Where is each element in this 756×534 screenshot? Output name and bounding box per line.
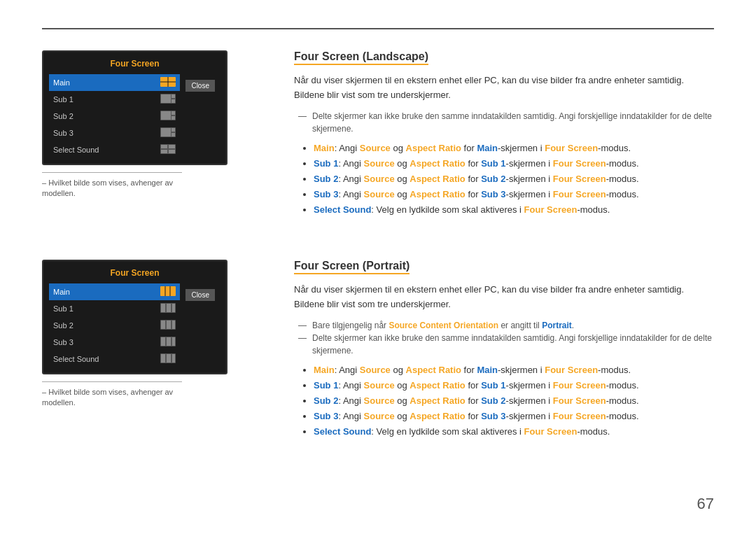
landscape-left-panel: Four Screen Main (42, 50, 266, 218)
portrait-menu-select-sound-label: Select Sound (53, 355, 99, 363)
landscape-menu-select-sound[interactable]: Select Sound (49, 141, 180, 158)
portrait-right-content: Four Screen (Portrait) Når du viser skje… (294, 260, 714, 440)
svg-rect-29 (167, 321, 171, 329)
portrait-main-icon (160, 286, 176, 297)
portrait-footnote: – Hvilket bilde som vises, avhenger av m… (42, 381, 182, 407)
landscape-menu-list: Main Sub 1 (49, 74, 180, 158)
svg-rect-32 (161, 337, 165, 346)
svg-rect-18 (161, 150, 167, 153)
portrait-tv-frame: Four Screen Main (42, 260, 227, 374)
landscape-section-title: Four Screen (Landscape) (294, 50, 428, 65)
portrait-menu-sub3[interactable]: Sub 3 (49, 334, 180, 351)
svg-rect-38 (172, 354, 175, 363)
portrait-tv-body: Main Sub 1 (49, 283, 220, 367)
landscape-sub1-icon (160, 94, 176, 105)
portrait-sub3-icon (160, 337, 176, 348)
svg-rect-8 (161, 111, 171, 120)
page-layout: Four Screen Main (42, 50, 714, 461)
landscape-menu-select-sound-label: Select Sound (53, 146, 99, 154)
svg-rect-12 (161, 128, 171, 136)
landscape-note-block: Delte skjermer kan ikke bruke den samme … (294, 110, 714, 135)
landscape-bullet-list: Main: Angi Source og Aspect Ratio for Ma… (294, 141, 714, 218)
portrait-bullet-select-sound: Select Sound: Velg en lydkilde som skal … (314, 424, 714, 440)
portrait-section-row: Four Screen Main (42, 260, 714, 440)
landscape-desc: Når du viser skjermen til en ekstern enh… (294, 73, 714, 103)
top-divider (42, 28, 714, 29)
svg-rect-17 (169, 145, 175, 148)
portrait-bullet-list: Main: Angi Source og Aspect Ratio for Ma… (294, 363, 714, 440)
svg-rect-26 (172, 304, 175, 312)
portrait-left-panel: Four Screen Main (42, 260, 266, 440)
portrait-menu-sub2-label: Sub 2 (53, 321, 74, 330)
portrait-sub2-icon (160, 320, 176, 331)
landscape-note-1: Delte skjermer kan ikke bruke den samme … (305, 110, 714, 135)
landscape-section-row: Four Screen Main (42, 50, 714, 218)
svg-rect-25 (167, 304, 171, 312)
landscape-menu-sub1[interactable]: Sub 1 (49, 91, 180, 108)
portrait-menu-sub1[interactable]: Sub 1 (49, 300, 180, 317)
portrait-bullet-sub3: Sub 3: Angi Source og Aspect Ratio for S… (314, 409, 714, 424)
landscape-menu-main-label: Main (53, 78, 70, 87)
landscape-right-content: Four Screen (Landscape) Når du viser skj… (294, 50, 714, 218)
portrait-footnote-text: – Hvilket bilde som vises, avhenger av m… (42, 388, 173, 407)
portrait-desc: Når du viser skjermen til en ekstern enh… (294, 283, 714, 312)
landscape-footnote: – Hvilket bilde som vises, avhenger av m… (42, 172, 182, 198)
portrait-close-button[interactable]: Close (186, 289, 215, 301)
portrait-menu-main[interactable]: Main (49, 283, 180, 300)
landscape-sub3-icon (160, 127, 176, 139)
portrait-section-title: Four Screen (Portrait) (294, 260, 410, 274)
portrait-bullet-sub2: Sub 2: Angi Source og Aspect Ratio for S… (314, 393, 714, 409)
svg-rect-30 (172, 321, 175, 329)
landscape-menu-sub2[interactable]: Sub 2 (49, 108, 180, 125)
landscape-menu-sub2-label: Sub 2 (53, 112, 74, 120)
landscape-menu-sub1-label: Sub 1 (53, 95, 74, 104)
svg-rect-9 (172, 111, 175, 115)
svg-rect-36 (161, 354, 165, 363)
portrait-bullet-sub1: Sub 1: Angi Source og Aspect Ratio for S… (314, 378, 714, 393)
portrait-menu-sub1-label: Sub 1 (53, 304, 74, 313)
portrait-sub1-icon (160, 303, 176, 314)
svg-rect-19 (169, 150, 175, 153)
svg-rect-13 (172, 128, 175, 132)
landscape-tv-right-panel: Close (180, 74, 220, 97)
page-number: 67 (697, 495, 714, 513)
landscape-bullet-main: Main: Angi Source og Aspect Ratio for Ma… (314, 141, 714, 156)
landscape-menu-sub3[interactable]: Sub 3 (49, 125, 180, 141)
landscape-close-button[interactable]: Close (186, 80, 215, 92)
landscape-menu-sub3-label: Sub 3 (53, 129, 74, 137)
landscape-footnote-text: – Hvilket bilde som vises, avhenger av m… (42, 178, 173, 197)
svg-rect-37 (167, 354, 171, 363)
svg-rect-14 (172, 133, 175, 136)
landscape-menu-main[interactable]: Main (49, 74, 180, 91)
svg-rect-24 (161, 304, 165, 312)
landscape-bullet-select-sound: Select Sound: Velg en lydkilde som skal … (314, 202, 714, 218)
portrait-bullet-main: Main: Angi Source og Aspect Ratio for Ma… (314, 363, 714, 378)
portrait-tv-right-panel: Close (180, 283, 220, 307)
landscape-tv-body: Main Sub 1 (49, 74, 220, 158)
landscape-bullet-sub2: Sub 2: Angi Source og Aspect Ratio for S… (314, 171, 714, 187)
svg-rect-4 (161, 94, 171, 103)
svg-rect-20 (160, 286, 176, 296)
portrait-note-1: Bare tilgjengelig når Source Content Ori… (305, 319, 714, 332)
landscape-bullet-sub3: Sub 3: Angi Source og Aspect Ratio for S… (314, 187, 714, 202)
portrait-menu-select-sound[interactable]: Select Sound (49, 351, 180, 367)
svg-rect-33 (167, 337, 171, 346)
portrait-menu-sub2[interactable]: Sub 2 (49, 317, 180, 334)
svg-rect-16 (161, 145, 167, 148)
svg-rect-6 (172, 99, 175, 103)
portrait-tv-title: Four Screen (49, 267, 220, 279)
landscape-main-icon (160, 77, 176, 88)
svg-rect-10 (172, 116, 175, 120)
svg-rect-34 (172, 337, 175, 346)
svg-rect-5 (172, 94, 175, 98)
landscape-tv-frame: Four Screen Main (42, 50, 227, 165)
portrait-menu-main-label: Main (53, 288, 70, 296)
portrait-menu-sub3-label: Sub 3 (53, 338, 74, 346)
portrait-note-2: Delte skjermer kan ikke bruke den samme … (305, 332, 714, 357)
landscape-sub2-icon (160, 111, 176, 122)
svg-rect-28 (161, 321, 165, 329)
portrait-note-block: Bare tilgjengelig når Source Content Ori… (294, 319, 714, 357)
portrait-select-sound-icon (160, 353, 176, 365)
landscape-tv-title: Four Screen (49, 57, 220, 70)
portrait-menu-list: Main Sub 1 (49, 283, 180, 367)
